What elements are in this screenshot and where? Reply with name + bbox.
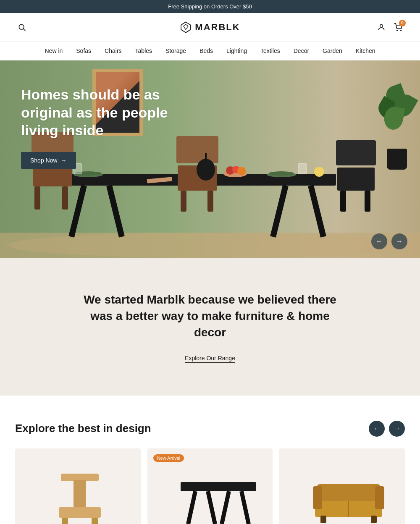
svg-point-5 xyxy=(401,30,402,31)
nav-item-kitchen[interactable]: Kitchen xyxy=(356,47,375,54)
svg-point-0 xyxy=(19,24,24,29)
sofa-svg xyxy=(313,474,384,524)
chair-image xyxy=(52,461,103,524)
mission-text: We started Marblk because we believed th… xyxy=(80,291,340,341)
logo-text: MARBLK xyxy=(195,22,240,33)
svg-line-48 xyxy=(242,491,249,524)
nav-item-textiles[interactable]: Textiles xyxy=(260,47,280,54)
products-nav-buttons: ← → xyxy=(369,421,405,437)
svg-rect-41 xyxy=(62,518,68,524)
table-image xyxy=(176,474,244,516)
svg-marker-2 xyxy=(181,22,190,32)
header-right-icons: 0 xyxy=(376,22,403,32)
nav-item-beds[interactable]: Beds xyxy=(200,47,213,54)
new-arrival-badge: New Arrival xyxy=(153,454,184,462)
shop-now-button[interactable]: Shop Now → xyxy=(21,152,76,169)
svg-point-4 xyxy=(397,30,398,31)
nav-item-storage[interactable]: Storage xyxy=(165,47,186,54)
nav-item-new-in[interactable]: New in xyxy=(45,47,63,54)
nav-item-lighting[interactable]: Lighting xyxy=(226,47,247,54)
header: MARBLK 0 xyxy=(0,13,420,42)
svg-line-47 xyxy=(222,491,229,524)
nav-item-garden[interactable]: Garden xyxy=(323,47,342,54)
explore-range-link[interactable]: Explore Our Range xyxy=(185,355,235,363)
product-card-chair[interactable] xyxy=(15,448,141,524)
table-svg xyxy=(176,474,260,524)
cart-badge: 0 xyxy=(399,20,406,26)
hero-prev-button[interactable]: ← xyxy=(371,233,387,249)
search-icon[interactable] xyxy=(17,22,27,32)
hero-heading: Homes should be as original as the peopl… xyxy=(21,86,181,139)
products-prev-button[interactable]: ← xyxy=(369,421,385,437)
products-grid: New Arrival xyxy=(15,448,405,524)
main-nav: New in Sofas Chairs Tables Storage Beds … xyxy=(0,42,420,60)
product-card-sofa[interactable] xyxy=(279,448,405,524)
svg-rect-44 xyxy=(181,482,256,491)
nav-item-decor[interactable]: Decor xyxy=(294,47,309,54)
logo[interactable]: MARBLK xyxy=(180,21,240,33)
svg-point-3 xyxy=(380,24,383,27)
banner-text: Free Shipping on Orders Over $50 xyxy=(168,3,252,10)
hero-next-button[interactable]: → xyxy=(391,233,407,249)
hero-text-block: Homes should be as original as the peopl… xyxy=(21,86,181,169)
products-header: Explore the best in design ← → xyxy=(15,421,405,437)
cart-icon[interactable]: 0 xyxy=(393,22,403,32)
top-banner: Free Shipping on Orders Over $50 xyxy=(0,0,420,13)
svg-rect-42 xyxy=(92,518,98,524)
svg-line-45 xyxy=(188,491,195,524)
chair-svg xyxy=(52,461,107,524)
arrow-right-icon: → xyxy=(61,157,67,164)
nav-item-chairs[interactable]: Chairs xyxy=(105,47,121,54)
nav-item-tables[interactable]: Tables xyxy=(135,47,152,54)
svg-rect-55 xyxy=(371,516,377,523)
svg-line-1 xyxy=(24,29,26,31)
sofa-image xyxy=(313,474,372,516)
product-card-table[interactable]: New Arrival xyxy=(147,448,273,524)
svg-rect-54 xyxy=(320,516,326,523)
hero-content: Homes should be as original as the peopl… xyxy=(0,60,420,258)
svg-rect-40 xyxy=(59,507,101,518)
svg-rect-49 xyxy=(317,484,380,503)
products-section-title: Explore the best in design xyxy=(15,422,151,435)
mission-section: We started Marblk because we believed th… xyxy=(0,258,420,396)
svg-rect-51 xyxy=(313,486,322,509)
svg-line-46 xyxy=(208,491,215,524)
hero-section: Homes should be as original as the peopl… xyxy=(0,60,420,258)
svg-rect-52 xyxy=(375,486,384,509)
nav-item-sofas[interactable]: Sofas xyxy=(76,47,91,54)
products-next-button[interactable]: → xyxy=(389,421,405,437)
svg-rect-39 xyxy=(74,480,86,507)
products-section: Explore the best in design ← → xyxy=(0,396,420,524)
hero-nav-buttons: ← → xyxy=(371,233,407,249)
account-icon[interactable] xyxy=(376,22,386,32)
